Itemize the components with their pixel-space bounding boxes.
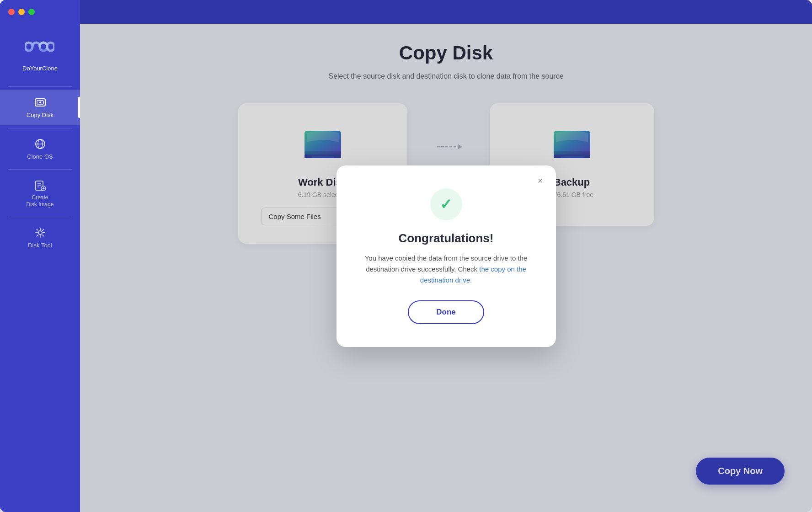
checkmark-icon: ✓	[440, 196, 452, 213]
svg-point-2	[39, 101, 41, 103]
success-modal: × ✓ Congratulations! You have copied the…	[337, 165, 556, 347]
modal-body: You have copied the data from the source…	[364, 253, 529, 286]
maximize-window-button[interactable]	[28, 9, 35, 15]
sidebar-divider-4	[8, 217, 72, 217]
main-content: Copy Disk Select the source disk and des…	[80, 0, 812, 512]
modal-title: Congratulations!	[399, 231, 494, 245]
sidebar-item-create-disk-image[interactable]: CreateDisk Image	[0, 172, 80, 214]
sidebar-divider-1	[8, 86, 72, 87]
svg-point-13	[38, 231, 42, 235]
sidebar-item-disk-tool-label: Disk Tool	[28, 242, 52, 249]
modal-done-button[interactable]: Done	[408, 300, 484, 324]
success-circle: ✓	[430, 188, 462, 220]
sidebar-item-copy-disk[interactable]: Copy Disk	[0, 90, 80, 125]
sidebar-divider-2	[8, 128, 72, 128]
sidebar-item-clone-os-label: Clone OS	[27, 153, 53, 160]
logo-icon	[25, 37, 54, 56]
clone-os-icon	[34, 138, 47, 150]
sidebar-item-clone-os[interactable]: Clone OS	[0, 131, 80, 167]
minimize-window-button[interactable]	[18, 9, 25, 15]
sidebar-item-disk-tool[interactable]: Disk Tool	[0, 220, 80, 256]
sidebar: DoYourClone Copy Disk	[0, 0, 80, 512]
sidebar-item-copy-disk-label: Copy Disk	[27, 112, 53, 119]
sidebar-divider-3	[8, 169, 72, 170]
app-name-label: DoYourClone	[22, 65, 58, 72]
app-logo: DoYourClone	[22, 32, 58, 81]
sidebar-item-create-disk-image-label: CreateDisk Image	[26, 194, 53, 208]
modal-close-button[interactable]: ×	[534, 175, 547, 187]
disk-tool-icon	[34, 226, 47, 239]
create-disk-image-icon	[34, 179, 47, 192]
modal-overlay: × ✓ Congratulations! You have copied the…	[80, 0, 812, 512]
close-window-button[interactable]	[8, 9, 15, 15]
copy-disk-icon	[34, 96, 47, 109]
